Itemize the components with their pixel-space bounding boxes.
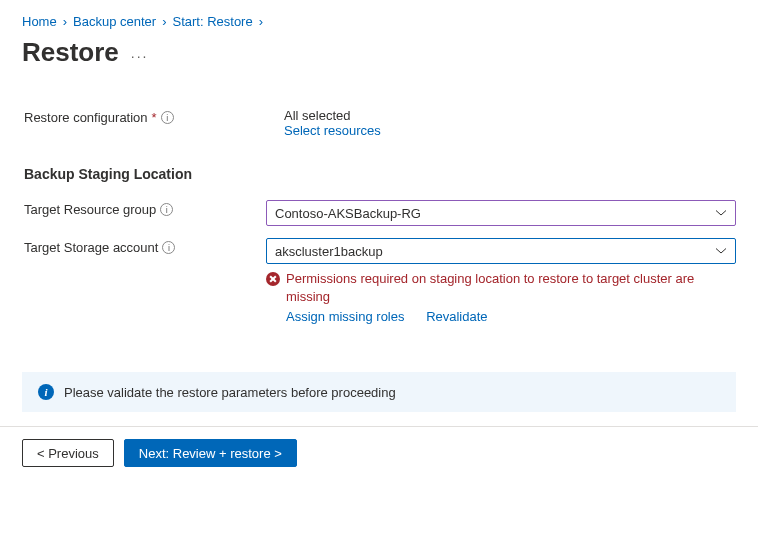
chevron-right-icon: › (162, 14, 166, 29)
validate-banner-text: Please validate the restore parameters b… (64, 385, 396, 400)
target-sa-error: Permissions required on staging location… (286, 270, 736, 305)
target-sa-select[interactable]: akscluster1backup (266, 238, 736, 264)
breadcrumb-start-restore[interactable]: Start: Restore (172, 14, 252, 29)
wizard-footer: < Previous Next: Review + restore > (0, 426, 758, 479)
breadcrumb-home[interactable]: Home (22, 14, 57, 29)
info-icon[interactable]: i (162, 241, 175, 254)
info-icon: i (38, 384, 54, 400)
required-indicator: * (152, 110, 157, 125)
chevron-right-icon: › (63, 14, 67, 29)
chevron-down-icon (715, 245, 727, 257)
error-icon (266, 272, 280, 286)
target-rg-label: Target Resource group (24, 202, 156, 217)
next-button[interactable]: Next: Review + restore > (124, 439, 297, 467)
target-sa-label: Target Storage account (24, 240, 158, 255)
assign-missing-roles-link[interactable]: Assign missing roles (286, 309, 405, 324)
info-icon[interactable]: i (160, 203, 173, 216)
breadcrumb-backup-center[interactable]: Backup center (73, 14, 156, 29)
more-actions-button[interactable]: ··· (131, 43, 149, 63)
previous-button[interactable]: < Previous (22, 439, 114, 467)
target-rg-value: Contoso-AKSBackup-RG (275, 206, 421, 221)
breadcrumb: Home › Backup center › Start: Restore › (22, 14, 736, 29)
target-rg-select[interactable]: Contoso-AKSBackup-RG (266, 200, 736, 226)
chevron-right-icon: › (259, 14, 263, 29)
chevron-down-icon (715, 207, 727, 219)
select-resources-link[interactable]: Select resources (284, 123, 381, 138)
restore-config-value: All selected (284, 108, 736, 123)
target-sa-value: akscluster1backup (275, 244, 383, 259)
restore-config-label: Restore configuration (24, 110, 148, 125)
backup-staging-heading: Backup Staging Location (24, 166, 736, 182)
info-icon[interactable]: i (161, 111, 174, 124)
validate-banner: i Please validate the restore parameters… (22, 372, 736, 412)
page-title: Restore (22, 37, 119, 68)
revalidate-link[interactable]: Revalidate (426, 309, 487, 324)
